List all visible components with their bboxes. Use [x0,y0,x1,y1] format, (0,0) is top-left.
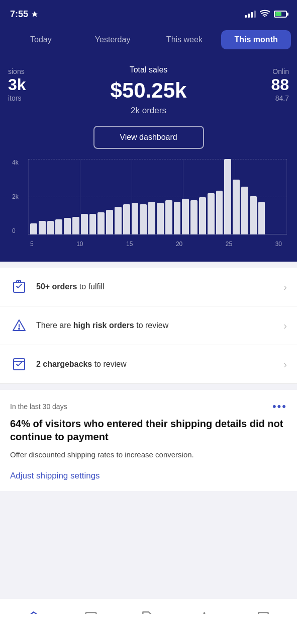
signal-icon [245,11,256,18]
chart-bar-4 [55,219,62,234]
chart-bar-18 [174,202,181,234]
orders-count: 2k orders [10,106,287,116]
fulfill-orders-text: 50+ orders to fulfill [36,281,283,292]
insight-period: In the last 30 days [10,403,67,411]
chart-bar-25 [233,180,240,234]
chart-bar-3 [47,221,54,234]
nav-home[interactable]: Home [5,607,62,637]
chargebacks-item[interactable]: 2 chargebacks to review › [0,345,297,384]
chart-y-label-2k: 2k [12,193,26,200]
status-bar: 7:55 [0,0,297,26]
nav-store[interactable]: Store [235,607,292,637]
insight-header: In the last 30 days ••• [10,400,287,413]
store-icon [256,611,270,625]
insight-more-button[interactable]: ••• [272,400,287,413]
chart-bar-27 [250,196,257,234]
nav-home-label: Home [26,627,41,633]
high-risk-text: There are high risk orders to review [36,320,283,331]
marketing-icon [199,611,213,625]
svg-rect-6 [86,612,96,623]
high-risk-orders-item[interactable]: There are high risk orders to review › [0,306,297,345]
chart-bar-10 [106,210,113,234]
period-tabs: Today Yesterday This week This month [0,26,297,57]
tab-today[interactable]: Today [6,30,76,49]
bottom-navigation: Home Orders Products Marketing [0,599,297,644]
fulfill-orders-item[interactable]: 50+ orders to fulfill › [0,268,297,306]
nav-marketing-label: Marketing [194,627,218,633]
chart-bar-20 [190,200,197,234]
home-icon [27,611,41,625]
nav-store-label: Store [257,627,270,633]
chart-x-5: 5 [30,240,34,248]
orders-icon [84,611,98,625]
chart-bar-9 [97,212,105,234]
chart-bar-15 [148,202,155,234]
insight-card: In the last 30 days ••• 64% of visitors … [0,390,297,491]
chart-x-labels: 5 10 15 20 25 30 [30,240,282,248]
products-icon [142,611,156,625]
chart-bars [30,159,282,234]
chart-bar-19 [182,199,189,234]
high-risk-icon [10,316,28,335]
chart-bar-26 [241,187,248,234]
fulfill-orders-chevron: › [283,281,287,293]
tab-this-week[interactable]: This week [150,30,220,49]
chart-bar-24 [224,159,231,234]
chargebacks-icon [10,355,28,373]
chart-bar-22 [208,193,215,234]
sales-chart: 4k 2k 0 5 [10,159,287,250]
tab-yesterday[interactable]: Yesterday [78,30,148,49]
total-sales-value: $50.25k [10,78,287,103]
insight-description: Offer discounted shipping rates to incre… [10,449,287,461]
chargebacks-text: 2 chargebacks to review [36,359,283,370]
svg-point-0 [264,16,266,17]
chart-x-25: 25 [226,240,232,248]
fulfill-orders-icon [10,278,28,296]
status-time: 7:55 [10,9,28,20]
svg-point-3 [19,329,20,330]
chart-bar-21 [199,197,206,234]
chart-bar-14 [140,204,147,234]
chart-bar-6 [72,217,79,234]
chart-bar-23 [216,191,223,234]
insight-title: 64% of visitors who entered their shippi… [10,417,287,443]
nav-orders[interactable]: Orders [62,607,120,637]
action-items-section: 50+ orders to fulfill › There are high r… [0,268,297,384]
chart-x-15: 15 [126,240,133,248]
svg-rect-9 [261,619,265,623]
chart-bar-16 [157,203,164,234]
chart-bar-17 [165,200,172,234]
battery-icon [274,11,287,18]
chart-bar-28 [258,202,265,234]
chart-y-label-0: 0 [12,227,26,234]
location-icon [31,11,38,18]
chart-bar-13 [132,203,139,234]
nav-marketing[interactable]: Marketing [177,607,235,637]
chargebacks-chevron: › [283,359,287,370]
chart-bar-11 [115,207,122,234]
nav-products-label: Products [138,627,159,633]
nav-orders-label: Orders [82,627,100,633]
wifi-icon [260,9,270,19]
dashboard-section: sions 3k itors Onlin 88 84.7 Total sales… [0,57,297,262]
chart-x-30: 30 [275,240,282,248]
chart-bar-5 [64,218,71,234]
chart-x-10: 10 [76,240,83,248]
status-icons [245,9,287,19]
total-sales-label: Total sales [10,65,287,74]
chart-bar-12 [123,204,130,234]
nav-products[interactable]: Products [120,607,177,637]
adjust-shipping-link[interactable]: Adjust shipping settings [10,471,100,480]
chart-bar-8 [89,214,96,234]
chart-y-label-4k: 4k [12,159,26,166]
high-risk-chevron: › [283,320,287,332]
chart-bar-2 [39,221,46,234]
chart-x-20: 20 [176,240,182,248]
tab-this-month[interactable]: This month [221,30,291,49]
view-dashboard-button[interactable]: View dashboard [93,126,204,149]
chart-bar-1 [30,223,37,234]
chart-bar-7 [81,214,88,234]
